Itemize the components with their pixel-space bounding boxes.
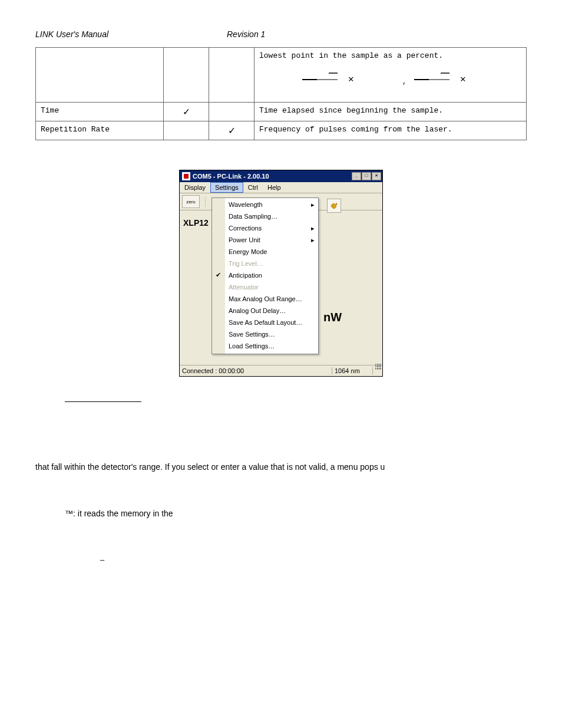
menuitem-label: Save Settings… (229, 331, 275, 338)
submenu-arrow-icon: ▸ (311, 224, 315, 233)
menuitem-save-default-layout[interactable]: Save As Default Layout… (212, 317, 318, 329)
table-row: Time ✓ Time elapsed since beginning the … (36, 103, 527, 121)
menuitem-label: Max Analog Out Range… (229, 295, 302, 302)
status-wavelength: 1064 nm (332, 367, 373, 374)
menuitem-attenuator: Attenuator (212, 282, 318, 294)
close-button[interactable]: × (372, 172, 381, 180)
menu-display[interactable]: Display (180, 182, 210, 193)
menuitem-wavelength[interactable]: Wavelength ▸ (212, 199, 318, 211)
body-hyphen: – (100, 554, 527, 566)
definitions-table: lowest point in the sample as a percent.… (35, 47, 527, 140)
app-icon (182, 172, 190, 180)
menu-ctrl[interactable]: Ctrl (243, 182, 263, 193)
menuitem-trig-level: Trig Level… (212, 258, 318, 270)
minimize-button[interactable]: _ (352, 172, 361, 180)
wavelength-tool-icon[interactable] (327, 199, 341, 213)
svg-point-9 (336, 203, 338, 205)
svg-text:,: , (402, 78, 406, 86)
menuitem-label: Corrections (229, 225, 262, 232)
detector-label: XLP12 (183, 218, 209, 228)
check-icon: ✔ (216, 271, 221, 279)
table-row: Repetition Rate ✓ Frequency of pulses co… (36, 121, 527, 140)
svg-text:✕: ✕ (460, 74, 466, 85)
menuitem-label: Load Settings… (229, 342, 275, 350)
row2-label: Repetition Rate (36, 121, 164, 140)
menuitem-label: Data Sampling… (229, 213, 277, 220)
page-header: LINK User's Manual Revision 1 (35, 29, 527, 39)
menuitem-max-analog[interactable]: Max Analog Out Range… (212, 294, 318, 305)
client-area: XLP12 nW Wavelength ▸ Data Sampling… (180, 210, 382, 365)
body-paragraph-2: ™: it reads the memory in the (65, 508, 497, 520)
menu-settings[interactable]: Settings (210, 182, 243, 193)
row1-desc: Time elapsed since beginning the sample. (254, 103, 527, 121)
submenu-arrow-icon: ▸ (311, 236, 315, 245)
table-row: lowest point in the sample as a percent.… (36, 48, 527, 103)
row2-check2: ✓ (228, 126, 236, 136)
status-connection: Connected : 00:00:00 (180, 367, 332, 374)
row1-check1: ✓ (183, 107, 190, 117)
menuitem-corrections[interactable]: Corrections ▸ (212, 223, 318, 235)
submenu-arrow-icon: ▸ (311, 200, 315, 209)
menuitem-load-settings[interactable]: Load Settings… (212, 341, 318, 353)
maximize-button[interactable]: □ (362, 172, 371, 180)
drag-handle-icon[interactable] (204, 196, 206, 207)
menuitem-label: Trig Level… (229, 260, 263, 267)
body-paragraph-1: that fall within the detector's range. I… (35, 461, 527, 473)
menuitem-label: Attenuator (229, 284, 259, 291)
app-window: COM5 - PC-Link - 2.00.10 _ □ × Display S… (179, 170, 383, 377)
menuitem-power-unit[interactable]: Power Unit ▸ (212, 235, 318, 246)
settings-dropdown: Wavelength ▸ Data Sampling… Corrections … (211, 197, 319, 354)
window-title: COM5 - PC-Link - 2.00.10 (193, 173, 352, 180)
menuitem-analog-delay[interactable]: Analog Out Delay… (212, 305, 318, 317)
section-heading-rule (65, 400, 141, 402)
menuitem-label: Analog Out Delay… (229, 307, 286, 314)
menuitem-data-sampling[interactable]: Data Sampling… (212, 211, 318, 223)
unit-label: nW (323, 311, 342, 324)
formula-symbol-2: , ✕ (402, 71, 479, 88)
zero-button[interactable]: zero (182, 195, 200, 208)
header-revision: Revision 1 (227, 29, 297, 39)
row0-desc: lowest point in the sample as a percent. (259, 51, 521, 60)
menuitem-label: Power Unit (229, 236, 260, 243)
menuitem-label: Wavelength (229, 201, 263, 208)
formula-symbol-1: ✕ (302, 71, 367, 88)
svg-text:✕: ✕ (348, 74, 354, 85)
row2-desc: Frequency of pulses coming from the lase… (254, 121, 527, 140)
menuitem-energy-mode[interactable]: Energy Mode (212, 246, 318, 258)
menuitem-label: Energy Mode (229, 248, 267, 255)
menu-bar: Display Settings Ctrl Help (180, 182, 382, 193)
status-bar: Connected : 00:00:00 1064 nm (180, 365, 382, 376)
menuitem-label: Anticipation (229, 272, 262, 279)
header-left: LINK User's Manual (35, 29, 227, 39)
menuitem-save-settings[interactable]: Save Settings… (212, 329, 318, 341)
menuitem-label: Save As Default Layout… (229, 319, 302, 326)
row1-label: Time (36, 103, 164, 121)
menuitem-anticipation[interactable]: ✔ Anticipation (212, 270, 318, 282)
menu-help[interactable]: Help (263, 182, 286, 193)
title-bar[interactable]: COM5 - PC-Link - 2.00.10 _ □ × (180, 170, 382, 182)
